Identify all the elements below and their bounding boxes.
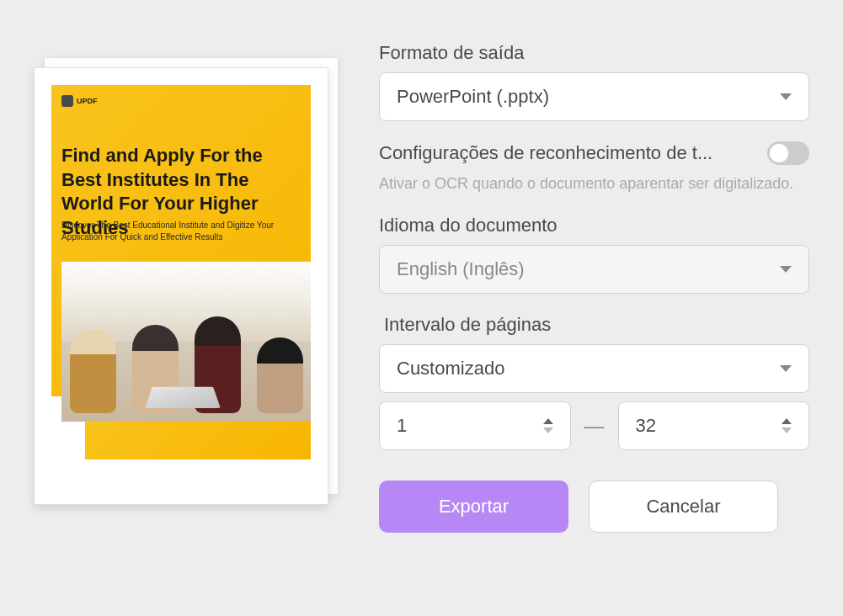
language-label: Idioma do documento — [379, 215, 809, 236]
ocr-toggle-row: Configurações de reconhecimento de t... — [379, 141, 809, 165]
preview-page-front: UPDF Find and Apply For the Best Institu… — [34, 67, 328, 505]
output-format-value: PowerPoint (.pptx) — [397, 86, 549, 108]
language-group: Idioma do documento English (Inglês) — [379, 215, 809, 294]
document-preview-panel: UPDF Find and Apply For the Best Institu… — [34, 42, 337, 533]
stepper-down-icon[interactable] — [782, 427, 792, 433]
action-buttons: Exportar Cancelar — [379, 481, 809, 533]
document-cover-image — [61, 262, 311, 422]
language-select[interactable]: English (Inglês) — [379, 245, 809, 294]
stepper-up-icon[interactable] — [782, 418, 792, 424]
page-from-value: 1 — [397, 415, 407, 437]
page-range-value: Customizado — [397, 358, 504, 380]
export-form: Formato de saída PowerPoint (.pptx) Conf… — [379, 42, 809, 533]
ocr-settings-label: Configurações de reconhecimento de t... — [379, 142, 712, 164]
cancel-button[interactable]: Cancelar — [589, 481, 778, 533]
updf-badge: UPDF — [61, 95, 98, 107]
document-cover: UPDF Find and Apply For the Best Institu… — [35, 68, 328, 504]
chevron-down-icon — [780, 93, 792, 100]
page-to-value: 32 — [636, 415, 656, 437]
output-format-group: Formato de saída PowerPoint (.pptx) — [379, 42, 809, 121]
language-value: English (Inglês) — [397, 258, 525, 280]
ocr-settings-group: Configurações de reconhecimento de t... … — [379, 141, 809, 194]
page-range-select[interactable]: Customizado — [379, 344, 809, 393]
laptop-illustration — [145, 387, 221, 408]
export-dialog: UPDF Find and Apply For the Best Institu… — [0, 0, 843, 575]
ocr-toggle[interactable] — [767, 141, 809, 165]
stepper-up-icon[interactable] — [543, 418, 553, 424]
page-from-steppers — [543, 418, 553, 433]
document-subtitle: Discover The Best Educational Institute … — [61, 220, 277, 243]
export-button[interactable]: Exportar — [379, 481, 568, 533]
page-range-inputs: 1 — 32 — [379, 401, 809, 450]
preview-stack: UPDF Find and Apply For the Best Institu… — [34, 67, 328, 505]
chevron-down-icon — [780, 266, 792, 273]
output-format-select[interactable]: PowerPoint (.pptx) — [379, 72, 809, 121]
chevron-down-icon — [780, 365, 792, 372]
updf-badge-text: UPDF — [77, 97, 98, 105]
page-range-label: Intervalo de páginas — [384, 314, 809, 336]
updf-logo-icon — [61, 95, 73, 107]
stepper-down-icon[interactable] — [543, 427, 553, 433]
ocr-hint: Ativar o OCR quando o documento aparenta… — [379, 173, 809, 194]
page-to-steppers — [782, 418, 792, 433]
page-to-input[interactable]: 32 — [618, 401, 810, 450]
output-format-label: Formato de saída — [379, 42, 809, 64]
page-range-group: Intervalo de páginas Customizado 1 — 32 — [379, 314, 809, 450]
page-from-input[interactable]: 1 — [379, 401, 571, 450]
range-separator: — — [584, 414, 605, 438]
